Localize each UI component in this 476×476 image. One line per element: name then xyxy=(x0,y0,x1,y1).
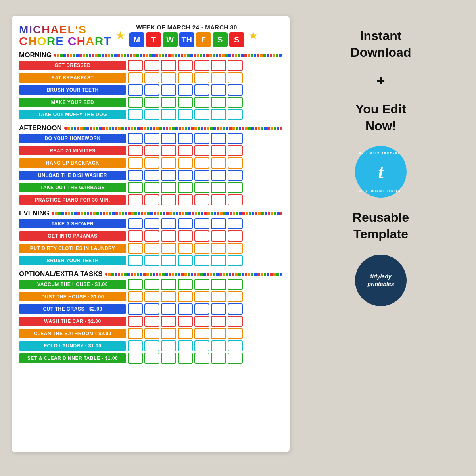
chore-checkbox[interactable] xyxy=(128,182,143,193)
chore-checkbox[interactable] xyxy=(178,133,193,144)
chore-checkbox[interactable] xyxy=(128,145,143,156)
chore-checkbox[interactable] xyxy=(144,340,159,351)
chore-checkbox[interactable] xyxy=(211,72,226,83)
chore-checkbox[interactable] xyxy=(144,243,159,254)
chore-checkbox[interactable] xyxy=(194,109,209,120)
chore-checkbox[interactable] xyxy=(178,316,193,327)
chore-checkbox[interactable] xyxy=(128,340,143,351)
chore-checkbox[interactable] xyxy=(128,230,143,242)
chore-checkbox[interactable] xyxy=(211,243,226,254)
chore-checkbox[interactable] xyxy=(194,303,209,315)
chore-checkbox[interactable] xyxy=(161,255,176,266)
chore-checkbox[interactable] xyxy=(144,60,159,71)
chore-checkbox[interactable] xyxy=(228,328,243,339)
chore-checkbox[interactable] xyxy=(128,255,143,266)
chore-checkbox[interactable] xyxy=(211,194,226,205)
chore-checkbox[interactable] xyxy=(194,182,209,193)
chore-checkbox[interactable] xyxy=(178,84,193,96)
chore-checkbox[interactable] xyxy=(211,230,226,242)
chore-checkbox[interactable] xyxy=(161,291,176,302)
chore-checkbox[interactable] xyxy=(128,303,143,315)
chore-checkbox[interactable] xyxy=(211,303,226,315)
chore-checkbox[interactable] xyxy=(211,328,226,339)
chore-checkbox[interactable] xyxy=(228,170,243,181)
chore-checkbox[interactable] xyxy=(161,84,176,96)
chore-checkbox[interactable] xyxy=(228,230,243,242)
chore-checkbox[interactable] xyxy=(178,230,193,242)
chore-checkbox[interactable] xyxy=(211,133,226,144)
chore-checkbox[interactable] xyxy=(161,145,176,156)
chore-checkbox[interactable] xyxy=(228,84,243,96)
chore-checkbox[interactable] xyxy=(178,72,193,83)
chore-checkbox[interactable] xyxy=(228,133,243,144)
chore-checkbox[interactable] xyxy=(211,218,226,229)
chore-checkbox[interactable] xyxy=(228,340,243,351)
chore-checkbox[interactable] xyxy=(194,84,209,96)
chore-checkbox[interactable] xyxy=(228,72,243,83)
chore-checkbox[interactable] xyxy=(178,340,193,351)
chore-checkbox[interactable] xyxy=(161,218,176,229)
chore-checkbox[interactable] xyxy=(144,157,159,169)
chore-checkbox[interactable] xyxy=(161,182,176,193)
chore-checkbox[interactable] xyxy=(128,97,143,108)
chore-checkbox[interactable] xyxy=(144,230,159,242)
chore-checkbox[interactable] xyxy=(228,157,243,169)
chore-checkbox[interactable] xyxy=(128,279,143,290)
chore-checkbox[interactable] xyxy=(211,60,226,71)
chore-checkbox[interactable] xyxy=(128,72,143,83)
chore-checkbox[interactable] xyxy=(228,255,243,266)
chore-checkbox[interactable] xyxy=(178,353,193,364)
chore-checkbox[interactable] xyxy=(144,145,159,156)
chore-checkbox[interactable] xyxy=(128,109,143,120)
chore-checkbox[interactable] xyxy=(211,316,226,327)
chore-checkbox[interactable] xyxy=(128,353,143,364)
chore-checkbox[interactable] xyxy=(194,255,209,266)
chore-checkbox[interactable] xyxy=(228,279,243,290)
chore-checkbox[interactable] xyxy=(161,316,176,327)
chore-checkbox[interactable] xyxy=(144,72,159,83)
chore-checkbox[interactable] xyxy=(128,291,143,302)
chore-checkbox[interactable] xyxy=(194,72,209,83)
chore-checkbox[interactable] xyxy=(211,157,226,169)
chore-checkbox[interactable] xyxy=(128,194,143,205)
chore-checkbox[interactable] xyxy=(178,157,193,169)
chore-checkbox[interactable] xyxy=(144,218,159,229)
chore-checkbox[interactable] xyxy=(178,279,193,290)
chore-checkbox[interactable] xyxy=(194,194,209,205)
chore-checkbox[interactable] xyxy=(228,194,243,205)
chore-checkbox[interactable] xyxy=(228,303,243,315)
chore-checkbox[interactable] xyxy=(128,60,143,71)
chore-checkbox[interactable] xyxy=(161,353,176,364)
chore-checkbox[interactable] xyxy=(161,194,176,205)
chore-checkbox[interactable] xyxy=(144,194,159,205)
chore-checkbox[interactable] xyxy=(144,279,159,290)
chore-checkbox[interactable] xyxy=(144,316,159,327)
chore-checkbox[interactable] xyxy=(211,182,226,193)
chore-checkbox[interactable] xyxy=(144,353,159,364)
chore-checkbox[interactable] xyxy=(194,291,209,302)
chore-checkbox[interactable] xyxy=(161,72,176,83)
chore-checkbox[interactable] xyxy=(228,316,243,327)
chore-checkbox[interactable] xyxy=(211,279,226,290)
chore-checkbox[interactable] xyxy=(228,182,243,193)
chore-checkbox[interactable] xyxy=(144,133,159,144)
chore-checkbox[interactable] xyxy=(211,109,226,120)
chore-checkbox[interactable] xyxy=(228,218,243,229)
chore-checkbox[interactable] xyxy=(161,60,176,71)
chore-checkbox[interactable] xyxy=(161,133,176,144)
chore-checkbox[interactable] xyxy=(144,109,159,120)
chore-checkbox[interactable] xyxy=(161,279,176,290)
chore-checkbox[interactable] xyxy=(211,340,226,351)
chore-checkbox[interactable] xyxy=(178,60,193,71)
chore-checkbox[interactable] xyxy=(144,255,159,266)
chore-checkbox[interactable] xyxy=(178,255,193,266)
chore-checkbox[interactable] xyxy=(228,97,243,108)
chore-checkbox[interactable] xyxy=(228,291,243,302)
chore-checkbox[interactable] xyxy=(178,218,193,229)
chore-checkbox[interactable] xyxy=(161,328,176,339)
chore-checkbox[interactable] xyxy=(178,194,193,205)
chore-checkbox[interactable] xyxy=(211,255,226,266)
chore-checkbox[interactable] xyxy=(178,291,193,302)
chore-checkbox[interactable] xyxy=(194,279,209,290)
chore-checkbox[interactable] xyxy=(194,133,209,144)
